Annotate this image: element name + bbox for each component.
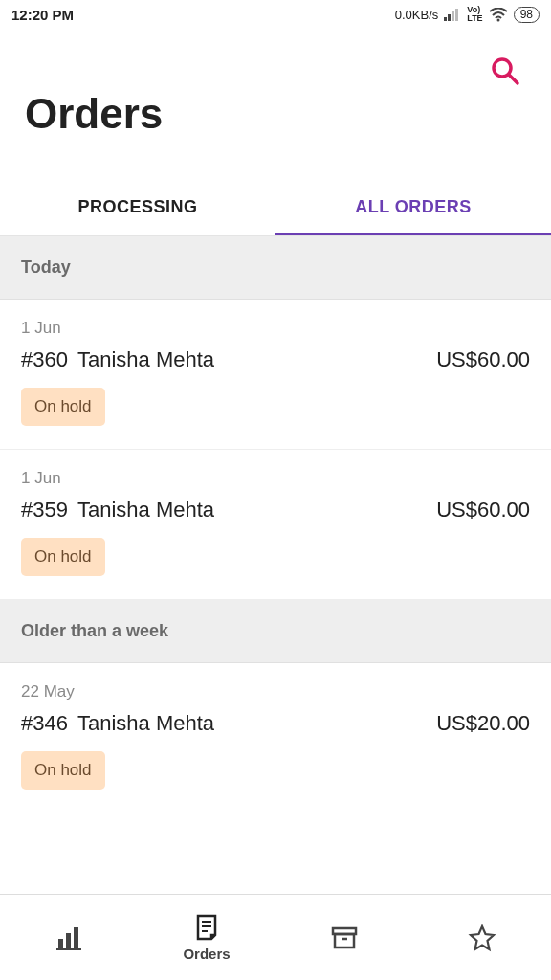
status-time: 12:20 PM bbox=[11, 7, 74, 23]
bottom-nav: Orders bbox=[0, 894, 551, 980]
order-id-name: #346Tanisha Mehta bbox=[21, 711, 214, 736]
search-icon bbox=[488, 54, 522, 88]
status-badge: On hold bbox=[21, 388, 105, 426]
svg-line-6 bbox=[509, 75, 518, 83]
order-amount: US$60.00 bbox=[436, 498, 530, 523]
order-amount: US$60.00 bbox=[436, 347, 530, 372]
svg-rect-8 bbox=[66, 933, 71, 948]
order-date: 1 Jun bbox=[21, 469, 530, 488]
nav-archive[interactable] bbox=[276, 895, 413, 980]
svg-rect-2 bbox=[452, 11, 454, 21]
order-row[interactable]: 1 Jun #359Tanisha Mehta US$60.00 On hold bbox=[0, 450, 551, 600]
page-title: Orders bbox=[25, 90, 526, 138]
section-header-today: Today bbox=[0, 236, 551, 300]
section-header-older: Older than a week bbox=[0, 600, 551, 663]
tab-all-orders[interactable]: ALL ORDERS bbox=[276, 178, 551, 235]
order-id-name: #360Tanisha Mehta bbox=[21, 347, 214, 372]
svg-rect-15 bbox=[335, 934, 354, 947]
star-icon bbox=[468, 924, 496, 952]
signal-icon bbox=[444, 8, 461, 21]
order-date: 1 Jun bbox=[21, 319, 530, 338]
status-badge: On hold bbox=[21, 751, 105, 790]
nav-orders-label: Orders bbox=[183, 946, 230, 962]
order-id-name: #359Tanisha Mehta bbox=[21, 498, 214, 523]
status-lte: Vo) LTE bbox=[467, 6, 482, 23]
status-battery: 98 bbox=[514, 7, 540, 23]
orders-list[interactable]: Today 1 Jun #360Tanisha Mehta US$60.00 O… bbox=[0, 236, 551, 830]
stats-icon bbox=[55, 924, 83, 952]
archive-icon bbox=[330, 924, 359, 952]
svg-point-4 bbox=[496, 18, 499, 21]
tabs: PROCESSING ALL ORDERS bbox=[0, 178, 551, 236]
order-amount: US$20.00 bbox=[436, 711, 530, 736]
wifi-icon bbox=[489, 8, 508, 22]
svg-rect-10 bbox=[56, 948, 81, 950]
nav-orders[interactable]: Orders bbox=[138, 895, 276, 980]
status-right: 0.0KB/s Vo) LTE 98 bbox=[395, 6, 540, 23]
order-row[interactable]: 22 May #346Tanisha Mehta US$20.00 On hol… bbox=[0, 663, 551, 813]
svg-rect-1 bbox=[448, 14, 451, 21]
order-date: 22 May bbox=[21, 682, 530, 702]
nav-stats[interactable] bbox=[0, 895, 138, 980]
status-bar: 12:20 PM 0.0KB/s Vo) LTE 98 bbox=[0, 0, 551, 29]
svg-rect-7 bbox=[58, 939, 63, 948]
tab-processing[interactable]: PROCESSING bbox=[0, 178, 276, 235]
orders-icon bbox=[192, 913, 221, 942]
svg-rect-0 bbox=[444, 17, 447, 21]
status-badge: On hold bbox=[21, 538, 105, 576]
svg-rect-9 bbox=[74, 927, 78, 948]
svg-rect-3 bbox=[455, 9, 458, 21]
nav-favorites[interactable] bbox=[413, 895, 551, 980]
order-row[interactable]: 1 Jun #360Tanisha Mehta US$60.00 On hold bbox=[0, 300, 551, 450]
search-button[interactable] bbox=[488, 54, 522, 88]
status-speed: 0.0KB/s bbox=[395, 8, 439, 22]
header: Orders bbox=[0, 29, 551, 147]
